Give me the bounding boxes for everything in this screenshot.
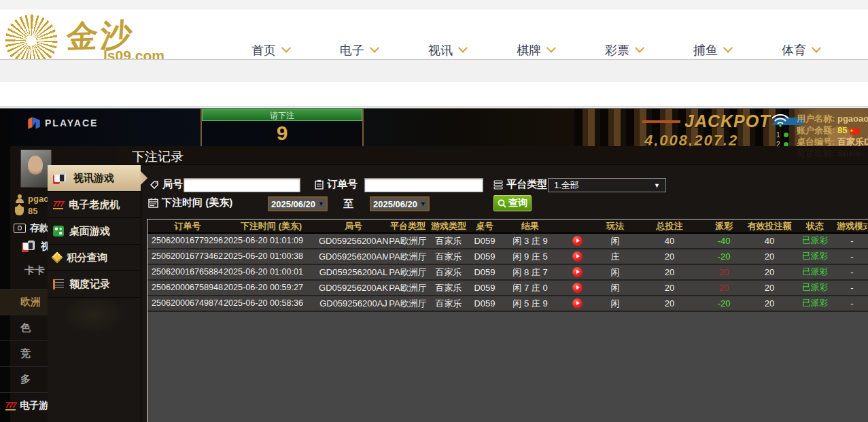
order-input[interactable]	[364, 178, 483, 192]
table-row: 2506200167658842025-06-20 01:00:01GD0592…	[147, 265, 868, 281]
cell-play: 闲	[593, 234, 637, 248]
replay-icon[interactable]	[572, 251, 583, 262]
to-label-text: 至	[343, 198, 353, 211]
replay-icon[interactable]	[572, 236, 583, 246]
replay-icon[interactable]	[572, 267, 583, 277]
cell-valid: 20	[746, 249, 793, 264]
sidebar-item-kaka[interactable]: 卡卡	[24, 264, 45, 277]
column-header: 桌号	[470, 219, 500, 232]
play-triangle-icon	[576, 270, 580, 274]
round-input[interactable]	[184, 178, 300, 192]
table-value: 百家乐D0	[837, 137, 868, 147]
cell-platform: PA欧洲厅	[388, 265, 428, 279]
menu-item-5[interactable]: 额度记录	[48, 271, 141, 298]
sidebar-deposit-button[interactable]: 存款	[14, 222, 49, 234]
playace-logo: PLAYACE	[27, 116, 98, 130]
cell-round: GD059256200AM	[319, 249, 388, 264]
cell-payout: 20	[702, 281, 746, 295]
table-row: 2506200167734622025-06-20 01:00:38GD0592…	[147, 249, 868, 265]
sidebar-balance: 85	[15, 206, 37, 216]
cell-valid: 40	[746, 234, 793, 248]
cell-valid: 20	[746, 296, 793, 311]
sidebar-username: pgao	[15, 194, 49, 204]
balance-label: 账户余额:	[797, 125, 835, 135]
nav-item-2[interactable]: 电子	[318, 41, 400, 60]
diamond-icon	[52, 252, 63, 264]
replay-icon[interactable]	[572, 283, 583, 293]
cell-order: 250620006758948	[147, 281, 224, 295]
nav-item-7[interactable]: 体育	[760, 41, 841, 60]
nav-item-1[interactable]: 首页	[230, 41, 311, 60]
cell-play: 闲	[593, 281, 637, 295]
cell-order: 250620016773462	[147, 249, 224, 264]
user-name-value: pgaoao	[837, 113, 868, 124]
table-row: 2506200167792962025-06-20 01:01:09GD0592…	[147, 234, 868, 249]
cell-round: GD059256200AK	[319, 281, 388, 295]
cell-time: 2025-06-20 01:00:38	[224, 249, 319, 264]
countdown-timer: 9	[202, 121, 362, 145]
bet-status-box: 请下注 9	[201, 109, 364, 146]
cell-bet: 20	[637, 296, 702, 311]
cell-order: 250620016779296	[147, 234, 224, 248]
menu-item-2[interactable]: 777电子老虎机	[48, 192, 141, 218]
cell-mode: -	[837, 296, 867, 311]
replay-icon[interactable]	[572, 298, 583, 309]
chevron-down-icon	[723, 43, 733, 53]
platform-select[interactable]: 1.全部 ▼	[548, 178, 666, 192]
nav-item-5[interactable]: 彩票	[583, 41, 665, 60]
date-to-picker[interactable]: 2025/06/20▼	[370, 196, 430, 211]
order-filter-label: 订单号	[315, 178, 358, 191]
edge-titlebar: PlayAce - 个人 - Microsoft Edge	[0, 59, 868, 82]
bet-records-table: 订单号下注时间 (美东)局号平台类型游戏类型桌号结果玩法总投注派彩有效投注额状态…	[147, 219, 868, 422]
caret-down-icon: ▼	[318, 200, 324, 207]
china-flag-icon	[850, 128, 860, 135]
column-header: 有效投注额	[746, 219, 793, 232]
nav-item-3[interactable]: 视讯	[406, 41, 488, 60]
cell-status: 已派彩	[793, 281, 837, 295]
document-icon	[53, 279, 64, 289]
cell-order: 250620016765884	[147, 265, 224, 279]
cell-replay	[561, 281, 593, 295]
search-button[interactable]: 查询	[493, 195, 532, 211]
bet-record-titlebar: 下注记录	[117, 146, 868, 165]
jackpot-label: JACKPOT	[684, 111, 770, 131]
sidebar-balance-text: 85	[28, 206, 37, 216]
date-from-picker[interactable]: 2025/06/20▼	[268, 196, 328, 211]
menu-item-1[interactable]: 视讯游戏	[48, 165, 141, 192]
round-filter-label: 局号	[150, 178, 183, 191]
tag-icon	[150, 180, 159, 190]
table-row: 2506200067498742025-06-20 00:58:36GD0592…	[147, 296, 868, 312]
nav-item-4[interactable]: 棋牌	[495, 41, 576, 60]
jackpot-orange-bar	[642, 120, 680, 123]
cell-platform: PA欧洲厅	[388, 234, 428, 248]
top-strip	[0, 0, 868, 10]
table-header-row: 订单号下注时间 (美东)局号平台类型游戏类型桌号结果玩法总投注派彩有效投注额状态…	[147, 219, 868, 234]
cell-time: 2025-06-20 01:00:01	[224, 265, 319, 279]
play-triangle-icon	[576, 301, 580, 305]
menu-item-4[interactable]: 积分查询	[48, 245, 141, 271]
bet-record-title: 下注记录	[132, 148, 184, 166]
menu-item-3[interactable]: 桌面游戏	[48, 218, 141, 245]
sidebar-video-category[interactable]: 视	[22, 240, 50, 253]
cell-result: 闲 9 庄 5	[500, 249, 561, 264]
cell-replay	[561, 296, 593, 311]
column-header: 下注时间 (美东)	[224, 219, 319, 232]
app-viewport: PLAYACE 请下注 9 JACKPOT 4,008,207.2 1 2 用户…	[0, 107, 868, 422]
seat-indicator-1[interactable]: 1	[776, 131, 788, 139]
to-label: 至	[343, 198, 353, 211]
menu-item-label: 视讯游戏	[73, 172, 114, 185]
calendar-icon	[148, 198, 158, 208]
cell-table: D059	[470, 296, 500, 311]
cell-payout: -20	[702, 296, 746, 311]
sidebar-item-label: 色	[20, 321, 31, 334]
caret-down-icon: ▼	[420, 200, 426, 207]
sidebar-item-label: 竞	[20, 347, 31, 360]
cell-round: GD059256200AN	[319, 234, 388, 248]
bet-time-label-text: 下注时间 (美东)	[162, 196, 232, 209]
round-label-text: 局号	[162, 178, 183, 191]
cell-mode: -	[837, 234, 867, 248]
edge-urlbar[interactable]: https://gci.2hhapi.com/pc/pcv1/index.jsp…	[0, 82, 868, 107]
cell-game: 百家乐	[428, 281, 470, 295]
nav-item-6[interactable]: 捕鱼	[672, 41, 753, 60]
platform-select-value: 1.全部	[554, 179, 654, 192]
